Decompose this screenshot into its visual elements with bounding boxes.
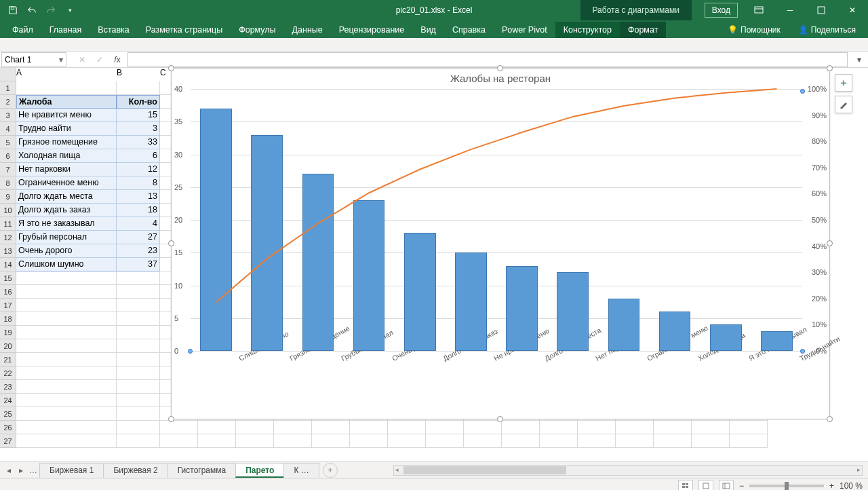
cell[interactable] bbox=[464, 421, 502, 434]
cell[interactable] bbox=[117, 353, 160, 366]
row-header[interactable]: 4 bbox=[0, 122, 16, 136]
horizontal-scrollbar[interactable]: ◂ ▸ bbox=[393, 465, 863, 476]
cell[interactable] bbox=[654, 434, 692, 448]
formula-expand[interactable]: ▾ bbox=[850, 52, 868, 67]
cell[interactable]: 13 bbox=[117, 190, 160, 204]
cell[interactable] bbox=[730, 421, 768, 434]
cell[interactable] bbox=[388, 421, 426, 434]
row-header[interactable]: 27 bbox=[0, 434, 16, 448]
tab-nav-prev[interactable]: ◂ bbox=[3, 464, 15, 476]
cell[interactable] bbox=[312, 421, 350, 434]
zoom-slider[interactable] bbox=[749, 485, 824, 487]
tab-nav-next[interactable]: ▸ bbox=[15, 464, 27, 476]
save-button[interactable] bbox=[5, 3, 20, 18]
cell[interactable] bbox=[16, 339, 117, 353]
tab-Вставка[interactable]: Вставка bbox=[90, 22, 137, 38]
cell[interactable]: Долго ждать места bbox=[16, 190, 117, 204]
sheet-tab[interactable]: Парето bbox=[235, 463, 284, 478]
row-header[interactable]: 12 bbox=[0, 231, 16, 244]
cell[interactable] bbox=[274, 421, 312, 434]
cell[interactable]: 27 bbox=[117, 231, 160, 244]
cell[interactable] bbox=[16, 421, 117, 434]
row-header[interactable]: 15 bbox=[0, 271, 16, 285]
cell[interactable] bbox=[117, 421, 160, 434]
cell[interactable] bbox=[117, 394, 160, 407]
cell[interactable] bbox=[464, 434, 502, 448]
cell[interactable]: Долго ждать заказ bbox=[16, 204, 117, 217]
cell[interactable] bbox=[388, 434, 426, 448]
cell[interactable] bbox=[117, 434, 160, 448]
cell[interactable] bbox=[692, 434, 730, 448]
row-header[interactable]: 7 bbox=[0, 163, 16, 176]
cell[interactable] bbox=[236, 421, 274, 434]
col-header[interactable]: B bbox=[117, 68, 160, 81]
view-normal-button[interactable] bbox=[678, 480, 693, 491]
chart-object[interactable]: Жалобы на ресторан 05101520253035400%10%… bbox=[171, 68, 830, 419]
cell[interactable]: Очень дорого bbox=[16, 244, 117, 258]
confirm-icon[interactable]: ✓ bbox=[91, 52, 108, 67]
formula-input[interactable] bbox=[127, 52, 848, 67]
tab-Вид[interactable]: Вид bbox=[412, 22, 444, 38]
cell[interactable]: Холодная пища bbox=[16, 149, 117, 163]
tell-me[interactable]: 💡Помощник bbox=[722, 22, 786, 38]
cell[interactable]: 15 bbox=[117, 109, 160, 122]
cell[interactable]: 37 bbox=[117, 258, 160, 271]
cell[interactable] bbox=[117, 366, 160, 380]
cell[interactable] bbox=[578, 434, 616, 448]
select-all-corner[interactable] bbox=[0, 68, 16, 81]
row-header[interactable]: 5 bbox=[0, 136, 16, 149]
cell[interactable] bbox=[16, 353, 117, 366]
cell[interactable]: Я это не заказывал bbox=[16, 217, 117, 231]
cell[interactable] bbox=[16, 394, 117, 407]
cell[interactable] bbox=[616, 434, 654, 448]
cell[interactable]: Кол-во bbox=[117, 95, 160, 109]
cell[interactable]: Не нравится меню bbox=[16, 109, 117, 122]
zoom-level[interactable]: 100 % bbox=[840, 481, 863, 491]
cell[interactable] bbox=[616, 421, 654, 434]
maximize-button[interactable] bbox=[806, 0, 837, 20]
row-header[interactable]: 25 bbox=[0, 407, 16, 421]
col-header[interactable]: A bbox=[16, 68, 117, 81]
chart-elements-button[interactable]: ＋ bbox=[835, 74, 852, 92]
cell[interactable] bbox=[540, 434, 578, 448]
cell[interactable] bbox=[198, 421, 236, 434]
cell[interactable] bbox=[654, 421, 692, 434]
cell[interactable] bbox=[16, 434, 117, 448]
view-pagelayout-button[interactable] bbox=[698, 480, 713, 491]
row-header[interactable]: 16 bbox=[0, 285, 16, 299]
close-button[interactable]: ✕ bbox=[837, 0, 868, 20]
cell[interactable] bbox=[117, 271, 160, 285]
cell[interactable] bbox=[502, 434, 540, 448]
row-header[interactable]: 10 bbox=[0, 204, 16, 217]
row-header[interactable]: 3 bbox=[0, 109, 16, 122]
row-header[interactable]: 14 bbox=[0, 258, 16, 271]
signin-button[interactable]: Вход bbox=[705, 3, 738, 18]
cell[interactable]: Грязное помещение bbox=[16, 136, 117, 149]
cell[interactable] bbox=[730, 434, 768, 448]
tab-Конструктор[interactable]: Конструктор bbox=[555, 22, 620, 38]
view-pagebreak-button[interactable] bbox=[719, 480, 734, 491]
cell[interactable] bbox=[16, 299, 117, 312]
scroll-thumb[interactable] bbox=[403, 466, 566, 474]
row-header[interactable]: 22 bbox=[0, 366, 16, 380]
cell[interactable] bbox=[426, 421, 464, 434]
cell[interactable]: 4 bbox=[117, 217, 160, 231]
cell[interactable] bbox=[350, 434, 388, 448]
cell[interactable] bbox=[502, 421, 540, 434]
cell[interactable] bbox=[16, 407, 117, 421]
cell[interactable] bbox=[16, 380, 117, 394]
cell[interactable]: 6 bbox=[117, 149, 160, 163]
cell[interactable] bbox=[160, 421, 198, 434]
sheet-tab[interactable]: Биржевая 1 bbox=[39, 463, 104, 478]
tab-Power Pivot[interactable]: Power Pivot bbox=[494, 22, 555, 38]
cancel-icon[interactable]: ✕ bbox=[73, 52, 91, 67]
plot-area[interactable]: 05101520253035400%10%20%30%40%50%60%70%8… bbox=[191, 89, 802, 351]
undo-button[interactable] bbox=[24, 3, 39, 18]
cell[interactable]: 23 bbox=[117, 244, 160, 258]
cell[interactable] bbox=[350, 421, 388, 434]
cell[interactable]: 33 bbox=[117, 136, 160, 149]
row-header[interactable]: 6 bbox=[0, 149, 16, 163]
zoom-out-button[interactable]: − bbox=[739, 481, 744, 491]
tab-Рецензирование[interactable]: Рецензирование bbox=[331, 22, 413, 38]
cell[interactable] bbox=[16, 271, 117, 285]
